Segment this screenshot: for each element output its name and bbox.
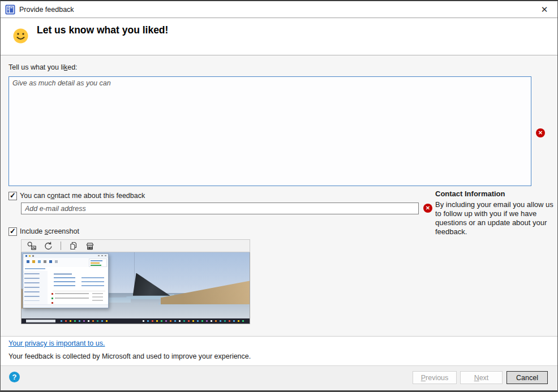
refresh-screenshot-button[interactable] (42, 241, 54, 251)
screenshot-checkbox[interactable]: ✓ (8, 227, 17, 236)
copy-icon (68, 241, 79, 251)
building-icon (85, 241, 95, 251)
recapture-screenshot-icon (27, 241, 37, 251)
preview-window-ribbon (23, 258, 108, 268)
refresh-icon (43, 241, 53, 251)
happy-face-icon (13, 28, 28, 44)
divider (1, 336, 557, 337)
detail-error-icon: ✕ (536, 128, 545, 137)
screenshot-checkbox-label: Include screenshot (20, 227, 79, 235)
recapture-screenshot-button[interactable] (26, 241, 37, 251)
privacy-statement: Your feedback is collected by Microsoft … (8, 352, 251, 360)
detail-label: Tell us what you liked: (8, 63, 78, 71)
copy-screenshot-button[interactable] (68, 241, 79, 251)
dialog-header: Let us know what you liked! (1, 18, 557, 55)
dialog-footer: ? Previous Next Cancel (1, 365, 557, 391)
preview-window-navpane (23, 271, 48, 305)
contact-information-heading: Contact Information (435, 189, 555, 199)
contact-information-body: By including your email you allow us to … (435, 200, 555, 236)
title-bar[interactable]: Provide feedback ✕ (1, 1, 557, 18)
help-icon[interactable]: ? (9, 372, 20, 382)
toolbar-separator (61, 242, 61, 250)
contact-information-block: Contact Information By including your em… (435, 189, 555, 236)
detail-textarea[interactable] (8, 76, 531, 186)
contact-checkbox[interactable]: ✓ (8, 192, 17, 200)
preview-taskbar-icons (143, 320, 144, 322)
preview-taskbar-icons (61, 320, 62, 322)
check-icon: ✓ (10, 191, 16, 200)
close-button[interactable]: ✕ (531, 1, 557, 18)
screenshot-toolbar (21, 239, 250, 252)
contact-checkbox-label: You can contact me about this feedback (20, 192, 145, 200)
next-button[interactable]: Next (460, 371, 503, 384)
window-title: Provide feedback (19, 6, 74, 14)
cancel-button[interactable]: Cancel (507, 371, 548, 384)
email-field[interactable] (21, 203, 419, 214)
feedback-app-icon (5, 5, 15, 15)
preview-explorer-window (23, 253, 109, 308)
previous-button[interactable]: Previous (413, 371, 457, 384)
privacy-link[interactable]: Your privacy is important to us. (8, 339, 105, 347)
preview-taskbar-search (26, 320, 55, 322)
preview-taskbar (22, 318, 250, 324)
provide-feedback-dialog: Provide feedback ✕ Let us know what you … (0, 0, 558, 392)
preview-window-main (48, 271, 108, 305)
blur-screenshot-button[interactable] (84, 241, 96, 251)
check-icon: ✓ (10, 227, 16, 235)
preview-window-statusbar (23, 304, 108, 308)
page-title: Let us know what you liked! (37, 24, 168, 36)
email-error-icon: ✕ (423, 204, 432, 213)
screenshot-preview (21, 252, 250, 324)
